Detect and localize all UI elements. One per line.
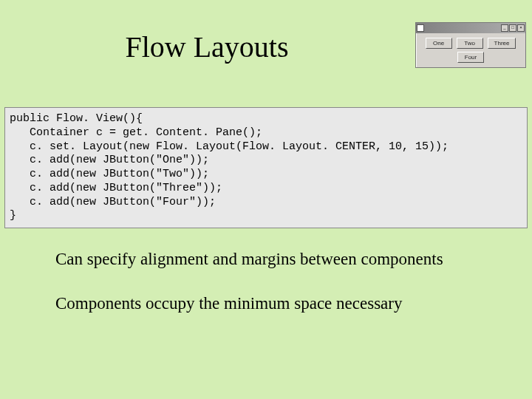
java-icon — [417, 24, 424, 32]
demo-button-one[interactable]: One — [426, 38, 452, 49]
slide-title: Flow Layouts — [0, 30, 414, 64]
body-text-2: Components occupy the minimum space nece… — [55, 294, 402, 313]
code-line: c. add(new JButton("Four")); — [10, 196, 216, 208]
demo-window: _ □ × One Two Three Four — [415, 22, 526, 68]
code-line: c. add(new JButton("Two")); — [10, 168, 209, 180]
demo-button-three[interactable]: Three — [488, 38, 516, 49]
code-line: } — [10, 209, 16, 222]
minimize-icon[interactable]: _ — [501, 24, 508, 32]
demo-body: One Two Three Four — [416, 33, 525, 67]
code-line: c. set. Layout(new Flow. Layout(Flow. La… — [10, 140, 449, 153]
window-controls: _ □ × — [501, 24, 525, 32]
code-line: Container c = get. Content. Pane(); — [10, 126, 262, 139]
body-text-1: Can specify alignment and margins betwee… — [55, 250, 443, 269]
demo-button-two[interactable]: Two — [457, 38, 483, 49]
code-line: public Flow. View(){ — [10, 112, 143, 125]
code-line: c. add(new JButton("One")); — [10, 154, 209, 166]
demo-button-four[interactable]: Four — [457, 52, 484, 63]
close-icon[interactable]: × — [517, 24, 525, 32]
code-block: public Flow. View(){ Container c = get. … — [4, 107, 528, 228]
demo-titlebar: _ □ × — [416, 23, 525, 33]
code-line: c. add(new JButton("Three")); — [10, 182, 222, 194]
maximize-icon[interactable]: □ — [509, 24, 516, 32]
